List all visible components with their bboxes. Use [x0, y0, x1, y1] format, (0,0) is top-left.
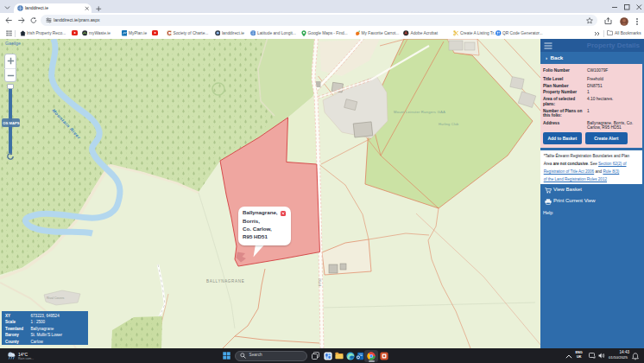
svg-text:Mount Leinster Rangers GAA: Mount Leinster Rangers GAA [394, 110, 445, 114]
svg-text:Rival Covers: Rival Covers [47, 296, 65, 300]
svg-text:Hurling Club: Hurling Club [439, 123, 458, 126]
svg-text:BALLYNAGRANE: BALLYNAGRANE [206, 279, 244, 283]
svg-text:R702: R702 [319, 278, 322, 286]
